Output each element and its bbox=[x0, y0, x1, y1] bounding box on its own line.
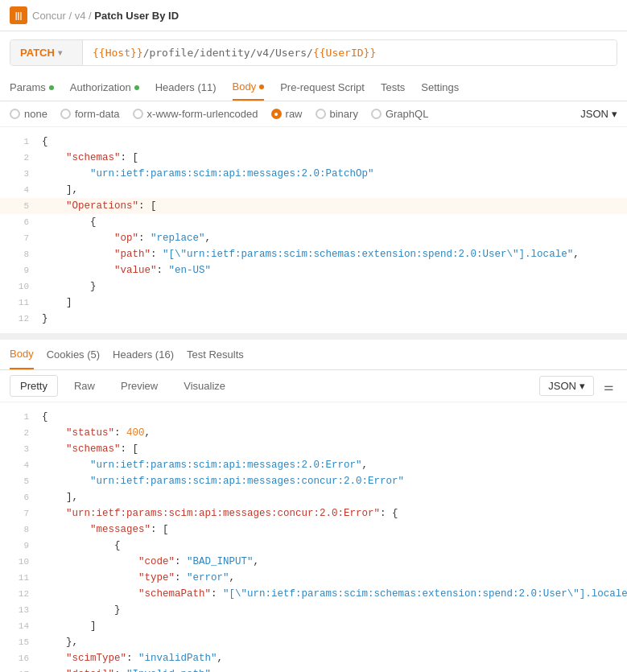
breadcrumb: Concur / v4 / Patch User By ID bbox=[32, 10, 179, 22]
code-line: 4 ], bbox=[0, 182, 627, 198]
resp-btn-raw[interactable]: Raw bbox=[64, 376, 105, 396]
tab-body[interactable]: Body bbox=[233, 74, 265, 101]
params-dot bbox=[49, 85, 54, 90]
code-line: 8 "messages": [ bbox=[0, 522, 627, 538]
tab-params[interactable]: Params bbox=[10, 75, 54, 100]
body-dot bbox=[259, 85, 264, 89]
url-variable-host: {{Host}} bbox=[93, 47, 143, 59]
code-line: 2 "schemas": [ bbox=[0, 150, 627, 166]
header: ||| Concur / v4 / Patch User By ID bbox=[0, 0, 627, 31]
radio-binary[interactable]: binary bbox=[316, 108, 358, 120]
tab-prerequest[interactable]: Pre-request Script bbox=[280, 75, 365, 100]
code-line: 9 { bbox=[0, 538, 627, 554]
body-type-row: none form-data x-www-form-urlencoded raw… bbox=[0, 101, 627, 127]
code-line: 2 "status": 400, bbox=[0, 425, 627, 441]
code-line: 3 "schemas": [ bbox=[0, 441, 627, 457]
resp-tab-body[interactable]: Body bbox=[10, 340, 34, 369]
code-line: 11 "type": "error", bbox=[0, 570, 627, 586]
code-line: 4 "urn:ietf:params:scim:api:messages:2.0… bbox=[0, 457, 627, 473]
radio-raw-circle bbox=[271, 109, 282, 119]
code-line: 16 "scimType": "invalidPath", bbox=[0, 650, 627, 666]
app-icon: ||| bbox=[10, 6, 27, 24]
method-label: PATCH bbox=[20, 47, 55, 59]
response-code-area[interactable]: 1 { 2 "status": 400, 3 "schemas": [ 4 "u… bbox=[0, 402, 627, 672]
chevron-down-icon: ▾ bbox=[580, 380, 585, 392]
code-line: 5 "urn:ietf:params:scim:api:messages:con… bbox=[0, 473, 627, 489]
filter-icon[interactable]: ⚌ bbox=[600, 377, 617, 396]
radio-none[interactable]: none bbox=[10, 108, 47, 120]
radio-formdata[interactable]: form-data bbox=[60, 108, 120, 120]
code-line: 17 "detail": "Invalid path" bbox=[0, 666, 627, 672]
radio-none-circle bbox=[10, 109, 20, 119]
json-format-label: JSON bbox=[580, 108, 608, 120]
resp-tab-cookies[interactable]: Cookies (5) bbox=[47, 340, 100, 369]
tab-tests[interactable]: Tests bbox=[381, 75, 405, 100]
radio-binary-circle bbox=[316, 109, 326, 119]
code-line: 12 "schemaPath": "[\"urn:ietf:params:sci… bbox=[0, 586, 627, 602]
chevron-down-icon: ▾ bbox=[58, 48, 62, 57]
code-line: 14 ] bbox=[0, 618, 627, 634]
request-code-area[interactable]: 1 { 2 "schemas": [ 3 "urn:ietf:params:sc… bbox=[0, 127, 627, 340]
resp-btn-pretty[interactable]: Pretty bbox=[10, 375, 58, 397]
tab-headers[interactable]: Headers (11) bbox=[155, 75, 217, 100]
tab-settings[interactable]: Settings bbox=[421, 75, 459, 100]
radio-graphql[interactable]: GraphQL bbox=[371, 108, 428, 120]
method-select[interactable]: PATCH ▾ bbox=[10, 40, 83, 65]
code-line: 10 } bbox=[0, 278, 627, 295]
radio-formdata-circle bbox=[60, 109, 71, 119]
resp-tab-test-results[interactable]: Test Results bbox=[187, 340, 244, 369]
code-line: 7 "op": "replace", bbox=[0, 230, 627, 246]
code-line: 7 "urn:ietf:params:scim:api:messages:con… bbox=[0, 505, 627, 522]
radio-graphql-circle bbox=[371, 109, 382, 119]
resp-btn-preview[interactable]: Preview bbox=[111, 376, 167, 396]
code-line: 8 "path": "[\"urn:ietf:params:scim:schem… bbox=[0, 246, 627, 262]
code-line: 15 }, bbox=[0, 634, 627, 650]
url-variable-userid: {{UserID}} bbox=[313, 47, 376, 59]
code-line: 10 "code": "BAD_INPUT", bbox=[0, 554, 627, 570]
code-line: 13 } bbox=[0, 602, 627, 618]
resp-tab-headers[interactable]: Headers (16) bbox=[113, 340, 174, 369]
auth-dot bbox=[134, 85, 139, 90]
resp-btn-visualize[interactable]: Visualize bbox=[174, 376, 235, 396]
code-line: 1 { bbox=[0, 134, 627, 150]
code-line: 6 { bbox=[0, 214, 627, 230]
response-json-label: JSON bbox=[548, 380, 576, 392]
url-input[interactable]: {{Host}}/profile/identity/v4/Users/{{Use… bbox=[83, 40, 617, 65]
request-tabs-row: Params Authorization Headers (11) Body P… bbox=[0, 74, 627, 101]
json-format-select[interactable]: JSON ▾ bbox=[580, 108, 617, 120]
code-line: 3 "urn:ietf:params:scim:api:messages:2.0… bbox=[0, 166, 627, 182]
url-bar: PATCH ▾ {{Host}}/profile/identity/v4/Use… bbox=[10, 39, 617, 66]
response-tabs-row: Body Cookies (5) Headers (16) Test Resul… bbox=[0, 340, 627, 370]
response-json-select[interactable]: JSON ▾ bbox=[539, 376, 594, 396]
code-line: 1 { bbox=[0, 409, 627, 425]
response-section: Body Cookies (5) Headers (16) Test Resul… bbox=[0, 340, 627, 672]
radio-urlencoded[interactable]: x-www-form-urlencoded bbox=[133, 108, 258, 120]
code-line: 12 } bbox=[0, 311, 627, 327]
chevron-down-icon: ▾ bbox=[612, 108, 617, 120]
code-line: 5 "Operations": [ bbox=[0, 198, 627, 214]
code-line: 11 ] bbox=[0, 295, 627, 311]
tab-authorization[interactable]: Authorization bbox=[70, 75, 139, 100]
code-line: 6 ], bbox=[0, 489, 627, 505]
response-type-row: Pretty Raw Preview Visualize JSON ▾ ⚌ bbox=[0, 370, 627, 402]
radio-raw[interactable]: raw bbox=[271, 108, 303, 120]
code-line: 9 "value": "en-US" bbox=[0, 262, 627, 278]
radio-urlencoded-circle bbox=[133, 109, 143, 119]
